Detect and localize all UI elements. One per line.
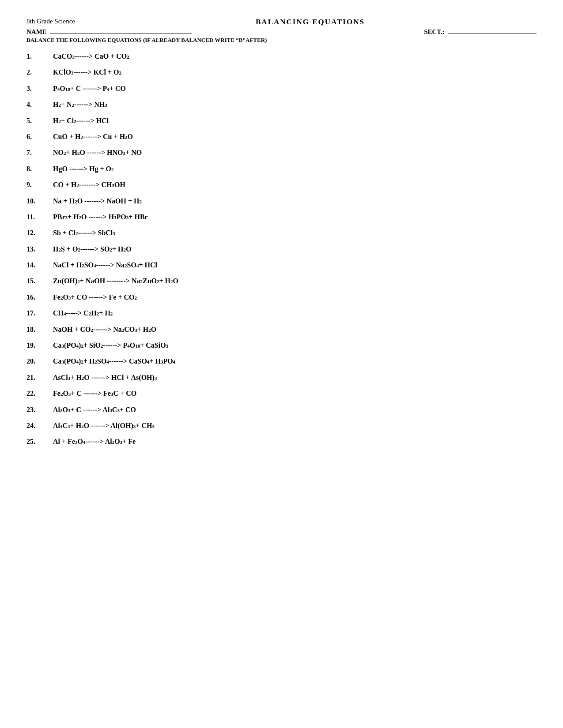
equation-number: 7. [26, 148, 53, 158]
equation-number: 18. [26, 325, 53, 334]
equation-number: 6. [26, 132, 53, 142]
equation-row: 8.HgO ------> Hg + O2 [26, 164, 537, 174]
equation-content: AsCl3 + H2O ------> HCl + As(OH)3 [53, 373, 157, 383]
equation-content: NO2 + H2O ------> HNO3 + NO [53, 148, 142, 158]
equation-number: 13. [26, 244, 53, 254]
instructions: BALANCE THE FOLLOWING EQUATIONS (IF ALRE… [26, 37, 537, 44]
equation-content: CaCO3 ------> CaO + CO2 [53, 52, 129, 61]
equation-content: CH4 -----> C2H2 + H2 [53, 308, 113, 318]
subject-label: 8th Grade Science [26, 18, 75, 25]
equation-row: 10.Na + H2O -------> NaOH + H2 [26, 196, 537, 206]
equation-content: H2 + N2 ------> NH3 [53, 100, 107, 109]
equation-content: H2S + O2 ------> SO2 + H2O [53, 244, 131, 254]
equation-number: 2. [26, 68, 53, 77]
equation-row: 5.H2 + Cl2 ------> HCl [26, 116, 537, 126]
equation-content: Fe2O3 + C ------> Fe3C + CO [53, 389, 136, 398]
equation-row: 1.CaCO3 ------> CaO + CO2 [26, 52, 537, 61]
equation-row: 25.Al + Fe3O4 ------> Al2O3 + Fe [26, 437, 537, 447]
equation-number: 19. [26, 341, 53, 350]
equation-number: 16. [26, 293, 53, 302]
equation-row: 15.Zn(OH)2 + NaOH --------> Na2ZnO2 + H2… [26, 276, 537, 286]
equation-row: 3.P4O10 + C ------> P4 + CO [26, 84, 537, 94]
equation-row: 11.PBr3 + H2O ------> H3PO3 + HBr [26, 212, 537, 222]
equation-row: 19.Ca3(PO4)2 + SiO2 ------> P4O10 + CaSi… [26, 341, 537, 350]
name-field: NAME [26, 28, 192, 36]
equation-content: CuO + H2 ------> Cu + H2O [53, 132, 133, 142]
equation-row: 22.Fe2O3 + C ------> Fe3C + CO [26, 389, 537, 398]
equation-content: Ca3(PO4)2 + H2SO4 ------> CaSO4 + H3PO4 [53, 356, 175, 366]
equation-row: 2.KClO3 ------> KCl + O2 [26, 68, 537, 77]
equation-content: NaOH + CO2 ------> Na2CO3 + H2O [53, 325, 156, 334]
equation-row: 13.H2S + O2 ------> SO2 + H2O [26, 244, 537, 254]
equation-number: 22. [26, 389, 53, 398]
equation-number: 25. [26, 437, 53, 447]
equation-number: 5. [26, 116, 53, 126]
equation-row: 16.Fe2O3 + CO ------> Fe + CO2 [26, 293, 537, 302]
equation-content: Ca3(PO4)2 + SiO2 ------> P4O10 + CaSiO3 [53, 341, 168, 350]
equation-number: 10. [26, 196, 53, 206]
equation-number: 3. [26, 84, 53, 94]
sect-line [448, 34, 537, 34]
equation-number: 17. [26, 308, 53, 318]
name-label: NAME [26, 28, 47, 36]
equation-content: Al4C3 + H2O ------> Al(OH)3 + CH4 [53, 421, 155, 431]
equation-number: 23. [26, 405, 53, 415]
equation-number: 14. [26, 260, 53, 270]
equation-content: P4O10 + C ------> P4 + CO [53, 84, 126, 94]
equation-number: 15. [26, 276, 53, 286]
equation-content: HgO ------> Hg + O2 [53, 164, 113, 174]
equation-content: Al2O3 + C ------> Al4C3 + CO [53, 405, 136, 415]
sect-label: SECT.: [424, 28, 445, 36]
equation-number: 12. [26, 228, 53, 238]
equation-row: 4.H2 + N2 ------> NH3 [26, 100, 537, 109]
equation-number: 9. [26, 180, 53, 190]
equation-row: 21.AsCl3 + H2O ------> HCl + As(OH)3 [26, 373, 537, 383]
sect-field: SECT.: [424, 28, 537, 36]
equation-row: 24.Al4C3 + H2O ------> Al(OH)3 + CH4 [26, 421, 537, 431]
equation-content: CO + H2 -------> CH3OH [53, 180, 125, 190]
equation-number: 1. [26, 52, 53, 61]
equation-number: 11. [26, 212, 53, 222]
page-header: 8th Grade Science BALANCING EQUATIONS [26, 18, 537, 26]
equation-row: 9.CO + H2 -------> CH3OH [26, 180, 537, 190]
equations-container: 1.CaCO3 ------> CaO + CO22.KClO3 ------>… [26, 52, 537, 447]
equation-content: Fe2O3 + CO ------> Fe + CO2 [53, 293, 137, 302]
equation-content: Zn(OH)2 + NaOH --------> Na2ZnO2 + H2O [53, 276, 178, 286]
equation-number: 20. [26, 356, 53, 366]
equation-content: NaCl + H2SO4 ------> Na2SO4 + HCl [53, 260, 157, 270]
equation-content: Na + H2O -------> NaOH + H2 [53, 196, 142, 206]
equation-row: 23.Al2O3 + C ------> Al4C3 + CO [26, 405, 537, 415]
equation-row: 14.NaCl + H2SO4 ------> Na2SO4 + HCl [26, 260, 537, 270]
equation-number: 8. [26, 164, 53, 174]
equation-content: PBr3 + H2O ------> H3PO3 + HBr [53, 212, 148, 222]
equation-content: Sb + Cl2 ------> SbCl3 [53, 228, 115, 238]
equation-row: 7.NO2 + H2O ------> HNO3 + NO [26, 148, 537, 158]
equation-number: 21. [26, 373, 53, 383]
equation-row: 12.Sb + Cl2 ------> SbCl3 [26, 228, 537, 238]
page-title: BALANCING EQUATIONS [84, 18, 537, 26]
equation-content: H2 + Cl2 ------> HCl [53, 116, 109, 126]
equation-number: 4. [26, 100, 53, 109]
equation-row: 6.CuO + H2 ------> Cu + H2O [26, 132, 537, 142]
equation-content: KClO3 ------> KCl + O2 [53, 68, 121, 77]
name-line [50, 34, 192, 34]
equation-number: 24. [26, 421, 53, 431]
name-sect-row: NAME SECT.: [26, 28, 537, 36]
equation-row: 20.Ca3(PO4)2 + H2SO4 ------> CaSO4 + H3P… [26, 356, 537, 366]
equation-content: Al + Fe3O4 ------> Al2O3 + Fe [53, 437, 136, 447]
equation-row: 18.NaOH + CO2 ------> Na2CO3 + H2O [26, 325, 537, 334]
equation-row: 17.CH4 -----> C2H2 + H2 [26, 308, 537, 318]
